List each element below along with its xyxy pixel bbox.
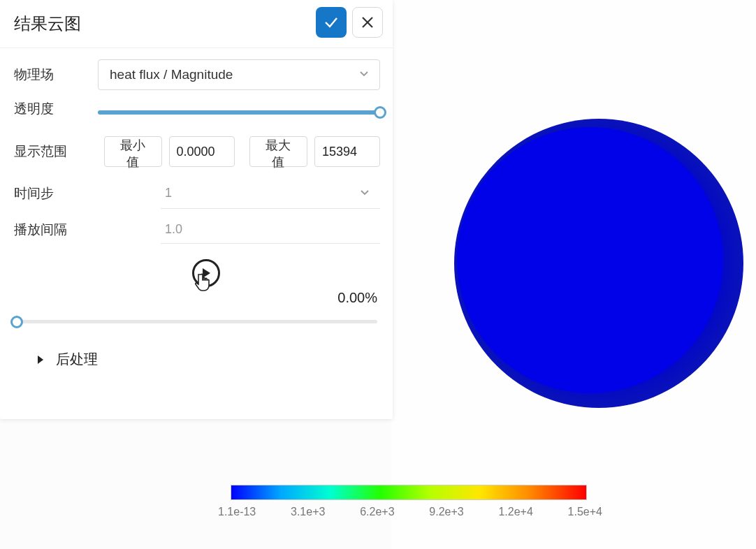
play-icon: [201, 268, 211, 279]
colorbar: 1.1e-13 3.1e+3 6.2e+3 9.2e+3 1.2e+4 1.5e…: [231, 485, 587, 518]
colorbar-gradient: [231, 485, 587, 500]
result-sphere: [454, 119, 743, 408]
opacity-slider[interactable]: [98, 110, 380, 115]
postprocess-label: 后处理: [56, 350, 98, 369]
play-button[interactable]: [192, 259, 220, 287]
interval-label: 播放间隔: [14, 221, 161, 239]
colorbar-tick: 1.1e-13: [218, 506, 256, 518]
physics-field-value: heat flux / Magnitude: [110, 67, 233, 82]
close-button[interactable]: [352, 7, 383, 38]
colorbar-tick: 1.2e+4: [498, 506, 532, 518]
colorbar-tick: 9.2e+3: [429, 506, 463, 518]
chevron-down-icon: [359, 186, 370, 201]
progress-percent: 0.00%: [14, 290, 380, 306]
postprocess-section-header[interactable]: 后处理: [14, 340, 380, 369]
check-icon: [323, 14, 340, 31]
range-max-button[interactable]: 最大值: [249, 136, 307, 167]
close-icon: [361, 15, 375, 29]
svg-marker-2: [203, 268, 210, 278]
range-max-input[interactable]: [314, 136, 380, 167]
timeline-slider-thumb[interactable]: [10, 316, 23, 328]
colorbar-tick: 6.2e+3: [360, 506, 394, 518]
range-label: 显示范围: [14, 142, 104, 161]
interval-input[interactable]: [161, 216, 380, 244]
chevron-down-icon: [358, 67, 370, 82]
opacity-label: 透明度: [14, 100, 98, 118]
range-min-button[interactable]: 最小值: [104, 136, 162, 167]
physics-field-label: 物理场: [14, 66, 98, 84]
opacity-slider-thumb[interactable]: [374, 106, 386, 119]
result-contour-panel: 结果云图 物理场 heat flux / Magnitude: [0, 0, 393, 419]
colorbar-ticks: 1.1e-13 3.1e+3 6.2e+3 9.2e+3 1.2e+4 1.5e…: [218, 500, 602, 518]
physics-field-select[interactable]: heat flux / Magnitude: [98, 59, 380, 90]
panel-title: 结果云图: [14, 13, 81, 35]
timestep-label: 时间步: [14, 184, 161, 203]
range-min-input[interactable]: [169, 136, 235, 167]
timestep-value: 1: [165, 186, 172, 200]
colorbar-tick: 3.1e+3: [291, 506, 325, 518]
caret-right-icon: [38, 356, 43, 364]
timestep-select[interactable]: 1: [161, 178, 380, 209]
colorbar-tick: 1.5e+4: [568, 506, 602, 518]
confirm-button[interactable]: [316, 7, 347, 38]
timeline-slider[interactable]: [17, 320, 377, 323]
viewport-3d[interactable]: [391, 0, 756, 549]
